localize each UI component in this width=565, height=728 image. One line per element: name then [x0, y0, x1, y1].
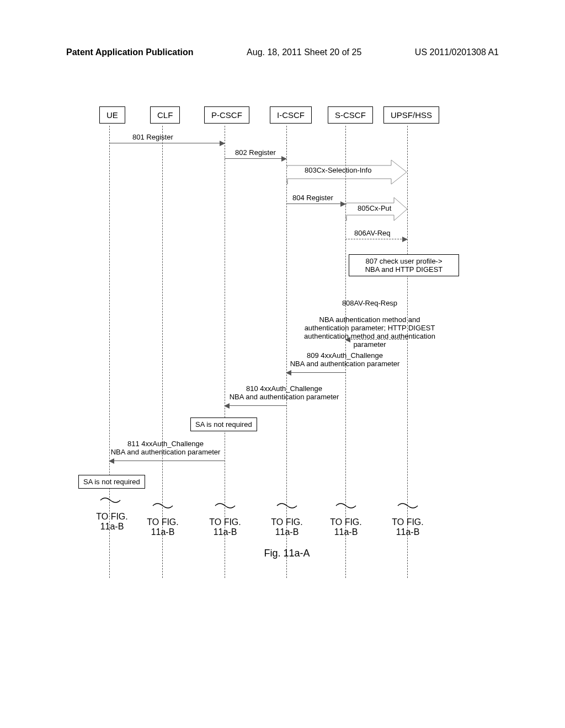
header-left: Patent Application Publication — [66, 47, 194, 57]
actor-icscf: I-CSCF — [270, 106, 312, 124]
actor-pcscf: P-CSCF — [204, 106, 249, 124]
continuation-curve-icscf — [276, 501, 298, 513]
msg-803-label: 803Cx-Selection-Info — [305, 166, 371, 174]
continuation-ue: TO FIG. 11a-B — [93, 512, 131, 532]
continuation-curve-clf — [152, 501, 174, 513]
msg-801 — [109, 143, 225, 143]
msg-810 — [225, 405, 286, 406]
msg-806-label: 806AV-Req — [354, 229, 391, 237]
note-sa1: SA is not required — [190, 417, 257, 431]
msg-811-body: NBA and authentication parameter — [111, 448, 221, 456]
continuation-icscf: TO FIG. 11a-B — [268, 517, 306, 537]
actor-ue: UE — [99, 106, 125, 124]
msg-810-title: 810 4xxAuth_Challenge — [246, 384, 322, 393]
continuation-upsf: TO FIG. 11a-B — [388, 517, 427, 537]
msg-802 — [225, 158, 286, 159]
msg-801-label: 801 Register — [132, 133, 173, 141]
msg-809-body: NBA and authentication parameter — [290, 360, 400, 368]
actor-scscf: S-CSCF — [328, 106, 373, 124]
continuation-curve-pcscf — [214, 501, 236, 513]
msg-809-title: 809 4xxAuth_Challenge — [307, 351, 383, 360]
continuation-scscf: TO FIG. 11a-B — [327, 517, 365, 537]
figure-label: Fig. 11a-A — [88, 548, 486, 559]
msg-809 — [286, 372, 345, 373]
msg-810-body: NBA and authentication parameter — [230, 393, 339, 401]
lifeline-ue — [109, 126, 110, 578]
msg-811 — [109, 461, 225, 461]
continuation-curve-scscf — [335, 501, 357, 513]
msg-804 — [286, 204, 345, 204]
msg-808-body: NBA authentication method and authentica… — [304, 315, 435, 349]
note-807: 807 check user profile-> NBA and HTTP DI… — [349, 254, 459, 276]
continuation-clf: TO FIG. 11a-B — [143, 517, 182, 537]
msg-808-label: 808AV-Req-Resp NBA authentication method… — [290, 291, 450, 349]
continuation-curve-upsf — [397, 501, 419, 513]
header-middle: Aug. 18, 2011 Sheet 20 of 25 — [247, 47, 361, 57]
msg-811-label: 811 4xxAuth_Challenge NBA and authentica… — [88, 440, 243, 456]
msg-811-title: 811 4xxAuth_Challenge — [127, 440, 204, 448]
msg-805-label: 805Cx-Put — [358, 204, 391, 212]
msg-810-label: 810 4xxAuth_Challenge NBA and authentica… — [215, 384, 353, 401]
msg-802-label: 802 Register — [235, 148, 276, 157]
msg-804-label: 804 Register — [292, 194, 333, 202]
actor-clf: CLF — [150, 106, 180, 124]
continuation-pcscf: TO FIG. 11a-B — [206, 517, 244, 537]
header-right: US 2011/0201308 A1 — [415, 47, 499, 57]
actor-upsf: UPSF/HSS — [383, 106, 439, 124]
msg-808 — [345, 339, 407, 340]
msg-808-title: 808AV-Req-Resp — [342, 299, 397, 307]
msg-809-label: 809 4xxAuth_Challenge NBA and authentica… — [276, 351, 414, 368]
continuation-curve-ue — [99, 496, 121, 508]
msg-806 — [345, 239, 407, 239]
note-sa2: SA is not required — [78, 475, 145, 489]
